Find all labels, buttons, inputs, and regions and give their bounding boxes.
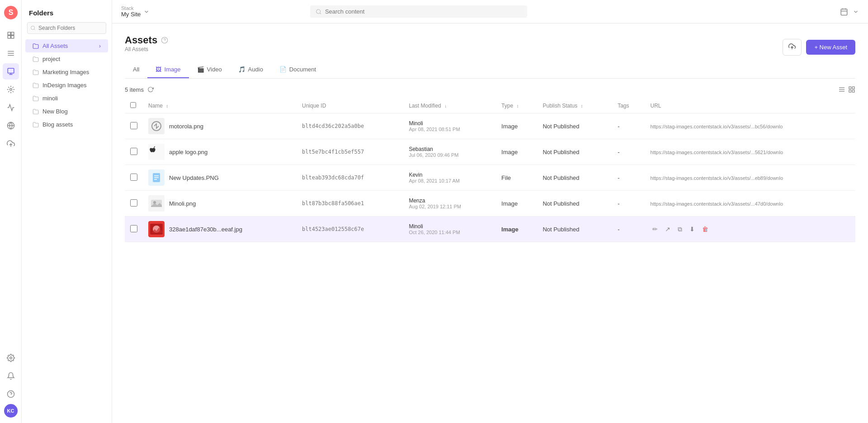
row-checkbox[interactable] xyxy=(130,148,137,155)
asset-row-name: motorola.png xyxy=(148,118,291,134)
nav-settings[interactable] xyxy=(3,350,19,366)
grid-view-icon[interactable] xyxy=(848,86,855,93)
sidebar-item-new-blog[interactable]: New Blog xyxy=(25,105,108,118)
sidebar-item-marketing-images[interactable]: Marketing Images xyxy=(25,66,108,79)
svg-rect-21 xyxy=(841,9,847,15)
asset-publish-status: Not Published xyxy=(537,139,612,165)
nav-help[interactable] xyxy=(3,386,19,402)
asset-publish-status: Not Published xyxy=(537,216,612,242)
asset-name[interactable]: New Updates.PNG xyxy=(169,174,219,181)
nav-content-types[interactable] xyxy=(3,81,19,98)
sidebar-title: Folders xyxy=(22,9,112,22)
col-tags: Tags xyxy=(612,99,645,113)
topbar: Stack My Site xyxy=(112,0,868,24)
copy-action-icon[interactable]: ⧉ xyxy=(676,225,684,234)
asset-name[interactable]: Minoli.png xyxy=(169,200,196,207)
asset-last-modified: Menza Aug 02, 2019 12:11 PM xyxy=(403,191,496,216)
site-selector[interactable]: Stack My Site xyxy=(121,5,150,18)
app-logo[interactable]: S xyxy=(4,5,18,20)
sidebar-item-label: Blog assets xyxy=(42,121,73,128)
chevron-down-icon[interactable] xyxy=(853,9,859,15)
folder-icon xyxy=(33,95,39,102)
global-search-input[interactable] xyxy=(325,8,522,15)
page-title-row: Assets xyxy=(125,34,168,46)
help-icon[interactable] xyxy=(161,37,168,44)
asset-unique-id: bltd4cd36c202a5a0be xyxy=(297,113,403,139)
icon-bar: S xyxy=(0,0,22,423)
asset-type: File xyxy=(496,165,537,191)
table-row: New Updates.PNGblteab393dc68cda70fKevin … xyxy=(125,165,855,191)
page-subtitle: All Assets xyxy=(125,46,168,52)
col-type[interactable]: Type ↕ xyxy=(496,99,537,113)
asset-publish-status: Not Published xyxy=(537,191,612,216)
tab-all[interactable]: All xyxy=(125,61,147,78)
asset-row-name: Minoli.png xyxy=(148,195,291,212)
delete-action-icon[interactable]: 🗑 xyxy=(700,225,710,234)
svg-point-10 xyxy=(9,89,12,91)
asset-row-name: 328ae1daf87e30b...eeaf.jpg xyxy=(148,221,291,237)
nav-assets[interactable] xyxy=(3,63,19,80)
user-avatar[interactable]: KC xyxy=(4,404,18,418)
nav-notifications[interactable] xyxy=(3,368,19,384)
modifier-date: Apr 08, 2021 10:17 AM xyxy=(409,178,491,183)
upload-button[interactable] xyxy=(783,39,802,56)
link-action-icon[interactable]: ↗ xyxy=(663,225,672,234)
row-actions: ✏ ↗ ⧉ ⬇ 🗑 xyxy=(651,225,850,234)
asset-tags: - xyxy=(612,139,645,165)
folder-search-input[interactable] xyxy=(27,22,106,34)
search-folders-wrap xyxy=(22,22,112,39)
folder-icon xyxy=(33,43,39,49)
site-name: My Site xyxy=(121,11,141,18)
nav-workflows[interactable] xyxy=(3,99,19,116)
sidebar-item-all-assets[interactable]: All Assets › xyxy=(25,39,108,52)
col-url: URL xyxy=(645,99,855,113)
select-all-checkbox[interactable] xyxy=(130,102,136,108)
tab-image[interactable]: 🖼 Image xyxy=(147,61,189,78)
asset-url: https://stag-images.contentstack.io/v3/a… xyxy=(651,201,783,207)
tab-label: All xyxy=(133,66,139,73)
asset-unique-id: blt4523ae012558c67e xyxy=(297,216,403,242)
sidebar-item-label: All Assets xyxy=(42,42,68,49)
row-checkbox[interactable] xyxy=(130,174,137,181)
asset-name[interactable]: apple logo.png xyxy=(169,149,208,155)
tab-label: Image xyxy=(164,66,180,73)
modifier-date: Apr 08, 2021 08:51 PM xyxy=(409,127,491,132)
nav-environments[interactable] xyxy=(3,118,19,134)
sidebar-item-indesign-images[interactable]: InDesign Images xyxy=(25,79,108,92)
tab-audio[interactable]: 🎵 Audio xyxy=(230,61,271,78)
asset-name[interactable]: 328ae1daf87e30b...eeaf.jpg xyxy=(169,226,242,233)
row-checkbox[interactable] xyxy=(130,122,137,129)
edit-action-icon[interactable]: ✏ xyxy=(651,225,660,234)
download-action-icon[interactable]: ⬇ xyxy=(688,225,697,234)
nav-list[interactable] xyxy=(3,45,19,61)
row-checkbox[interactable] xyxy=(130,199,137,207)
col-name[interactable]: Name ↕ xyxy=(143,99,297,113)
col-last-modified[interactable]: Last Modified ↓ xyxy=(403,99,496,113)
table-header: Name ↕ Unique ID Last Modified ↓ Type ↕ xyxy=(125,99,855,113)
col-checkbox xyxy=(125,99,143,113)
nav-dashboard[interactable] xyxy=(3,27,19,43)
col-publish-status[interactable]: Publish Status ↕ xyxy=(537,99,612,113)
sidebar-item-minoli[interactable]: minoli xyxy=(25,92,108,105)
tab-document[interactable]: 📄 Document xyxy=(271,61,324,78)
items-count-area: 5 items xyxy=(125,86,154,93)
refresh-icon[interactable] xyxy=(147,86,154,93)
sidebar-item-blog-assets[interactable]: Blog assets xyxy=(25,118,108,131)
folder-icon xyxy=(33,82,39,89)
list-view-icon[interactable] xyxy=(838,86,845,93)
folder-icon xyxy=(33,69,39,75)
items-bar: 5 items xyxy=(125,86,855,93)
sidebar-item-project[interactable]: project xyxy=(25,52,108,66)
asset-type: Image xyxy=(496,139,537,165)
asset-publish-status: Not Published xyxy=(537,113,612,139)
tab-icon: 🎬 xyxy=(197,66,204,73)
asset-name[interactable]: motorola.png xyxy=(169,123,203,130)
tab-video[interactable]: 🎬 Video xyxy=(189,61,230,78)
sidebar-item-label: New Blog xyxy=(42,108,68,115)
search-bar xyxy=(310,5,527,18)
calendar-icon[interactable] xyxy=(840,8,848,16)
new-asset-button[interactable]: + New Asset xyxy=(806,40,855,55)
nav-deploy[interactable] xyxy=(3,136,19,152)
row-checkbox[interactable] xyxy=(130,225,137,232)
chevron-down-icon xyxy=(143,9,150,15)
